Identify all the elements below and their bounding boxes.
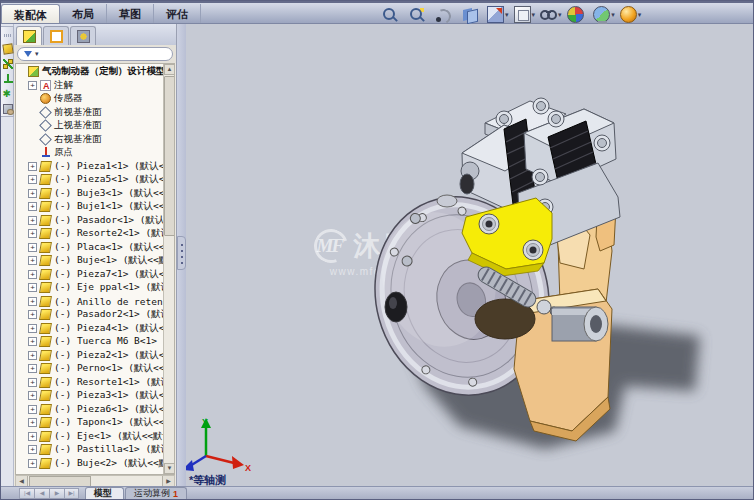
tree-item-icon [39,431,52,442]
tab-model[interactable]: 模型 [85,487,124,499]
tree-item[interactable]: (-) Pastilla<1> (默认<< [16,443,163,457]
propertymanager-tab[interactable] [43,26,69,45]
tree-item[interactable]: (-) Pieza7<1> (默认<<默 [16,268,163,282]
tree-item[interactable]: 原点 [16,146,163,160]
section-view-button[interactable] [459,5,485,24]
tree-item[interactable]: (-) Pasador<1> (默认<<默 [16,214,163,228]
view-settings-button[interactable] [618,5,644,24]
expand-toggle[interactable] [28,337,37,346]
tree-item-icon [40,80,51,91]
tree-item[interactable]: (-) Anillo de retencion [16,295,163,309]
tree-vertical-scrollbar[interactable] [163,64,174,474]
expand-toggle[interactable] [28,310,37,319]
expand-toggle[interactable] [28,270,37,279]
reference-geometry-button[interactable] [1,71,14,86]
tree-item[interactable]: (-) Pieza2<1> (默认<<默 [16,349,163,363]
model-3d-view[interactable] [186,24,754,488]
vertical-scroll-thumb[interactable] [164,76,175,236]
view-orientation-button[interactable] [485,5,511,24]
expand-toggle[interactable] [28,175,37,184]
edit-appearance-button[interactable] [565,5,591,24]
tree-item[interactable]: 传感器 [16,92,163,106]
expand-toggle[interactable] [28,432,37,441]
motion-next-button[interactable] [49,488,64,499]
splitter-grip[interactable] [177,236,186,270]
expand-toggle[interactable] [28,351,37,360]
tree-item[interactable]: (-) Eje ppal<1> (默认<< [16,281,163,295]
expand-toggle[interactable] [28,81,37,90]
expand-toggle[interactable] [28,324,37,333]
expand-toggle[interactable] [28,202,37,211]
motion-first-button[interactable] [19,488,34,499]
tree-item[interactable]: (-) Pieza6<1> (默认<<默 [16,403,163,417]
tree-item[interactable]: (-) Resorte1<1> (默认<< [16,376,163,390]
tree-item[interactable]: (-) Buje<1> (默认<<默认 [16,254,163,268]
model-flange[interactable] [437,195,457,207]
tree-item[interactable]: (-) Placa<1> (默认<<默认 [16,241,163,255]
expand-toggle[interactable] [28,378,37,387]
tree-item[interactable]: (-) Buje<2> (默认<<默认 [16,457,163,471]
hide-show-items-icon [540,6,557,23]
tree-item[interactable]: (-) Pasador2<1> (默认<< [16,308,163,322]
tree-item[interactable]: 气动制动器（定制）设计模型 [16,65,163,79]
expand-toggle[interactable] [28,189,37,198]
tab-sketch[interactable]: 草图 [107,4,154,23]
tree-item[interactable]: (-) Resorte2<1> (默认<< [16,227,163,241]
expand-toggle[interactable] [28,243,37,252]
expand-toggle[interactable] [28,405,37,414]
tree-item[interactable]: 右视基准面 [16,133,163,147]
tree-item[interactable]: (-) Pieza4<1> (默认<<默 [16,322,163,336]
tree-item[interactable]: (-) Pieza3<1> (默认<<默 [16,389,163,403]
smart-fasteners-button[interactable] [1,86,14,101]
tree-item[interactable]: (-) Tuerca M6 B<1> (默认 [16,335,163,349]
zoom-to-area-button[interactable] [406,5,432,24]
insert-components-button[interactable] [1,41,14,56]
tree-item[interactable]: 上视基准面 [16,119,163,133]
expand-toggle[interactable] [28,297,37,306]
motion-prev-button[interactable] [34,488,49,499]
tree-item-icon [40,120,51,131]
expand-toggle[interactable] [28,229,37,238]
expand-toggle[interactable] [28,445,37,454]
tab-layout[interactable]: 布局 [60,4,107,23]
tree-item[interactable]: (-) Buje1<1> (默认<<默认 [16,200,163,214]
tree-item[interactable]: (-) Pieza5<1> (默认<<默 [16,173,163,187]
expand-toggle[interactable] [28,162,37,171]
expand-toggle[interactable] [28,256,37,265]
mate-button[interactable] [1,56,14,71]
scroll-up-icon[interactable] [164,64,175,75]
motion-manager-bar: 模型 运动算例1 [1,486,754,499]
configurationmanager-tab[interactable] [70,26,96,45]
tree-item[interactable]: (-) Eje<1> (默认<<默认> [16,430,163,444]
expand-toggle[interactable] [28,364,37,373]
scroll-down-icon[interactable] [164,463,175,474]
move-component-button[interactable] [1,101,14,116]
tab-assembly[interactable]: 装配体 [1,4,60,23]
expand-toggle[interactable] [28,216,37,225]
featuremanager-tab[interactable] [16,26,42,45]
zoom-to-fit-button[interactable] [379,5,405,24]
tab-evaluate[interactable]: 评估 [154,4,201,23]
display-style-button[interactable] [512,5,538,24]
apply-scene-button[interactable] [591,5,617,24]
panel-splitter[interactable] [177,24,186,488]
rotate-view-button[interactable] [432,5,458,24]
motion-last-button[interactable] [64,488,79,499]
model-knob[interactable] [385,292,407,322]
tree-item[interactable]: 注解 [16,79,163,93]
tree-item[interactable]: (-) Tapon<1> (默认<<默认 [16,416,163,430]
tree-filter-input[interactable] [17,47,173,61]
tree-item[interactable]: (-) Pieza1<1> (默认<<默 [16,160,163,174]
expand-toggle[interactable] [28,418,37,427]
hide-show-items-button[interactable] [538,5,564,24]
tree-item[interactable]: (-) Buje3<1> (默认<<默认 [16,187,163,201]
expand-toggle[interactable] [28,459,37,468]
graphics-viewport[interactable]: MF 沐风网 www.mfcad.com [186,24,754,488]
motion-nav-buttons [19,488,79,499]
tab-motion-study[interactable]: 运动算例1 [125,487,187,499]
expand-toggle[interactable] [28,391,37,400]
tree-item[interactable]: (-) Perno<1> (默认<<默认 [16,362,163,376]
tree-item[interactable]: 前视基准面 [16,106,163,120]
model-hub[interactable] [552,307,608,341]
expand-toggle[interactable] [28,283,37,292]
